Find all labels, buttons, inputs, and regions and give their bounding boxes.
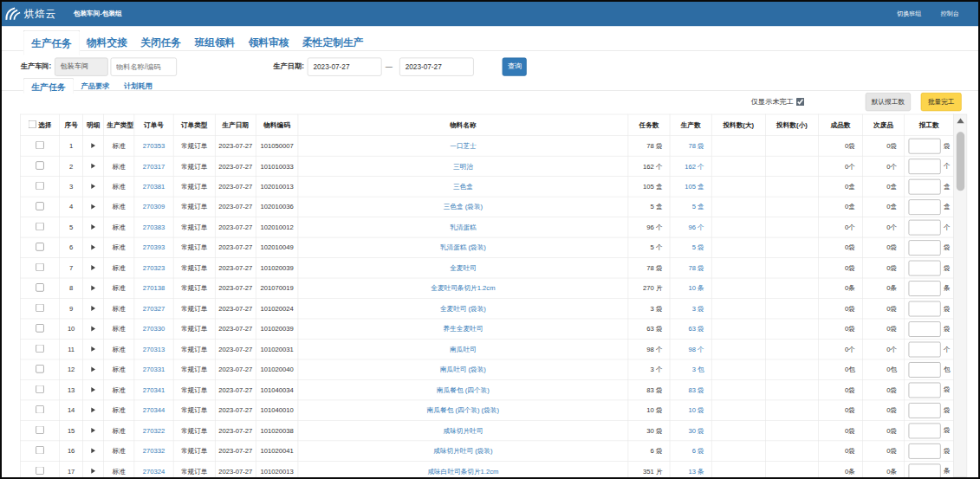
expand-arrow-icon[interactable] [91, 184, 95, 189]
order-number-link[interactable]: 270323 [143, 264, 165, 272]
default-report-button[interactable]: 默认报工数 [866, 93, 911, 111]
row-select-checkbox[interactable] [36, 283, 43, 291]
produced-qty-link[interactable]: 105 盒 [685, 183, 704, 191]
produced-qty-link[interactable]: 5 盒 [692, 203, 704, 210]
expand-arrow-icon[interactable] [91, 204, 95, 210]
row-select-checkbox[interactable] [36, 182, 43, 190]
produced-qty-link[interactable]: 10 袋 [688, 406, 704, 414]
expand-arrow-icon[interactable] [91, 407, 95, 412]
main-tab-6[interactable]: 柔性定制生产 [295, 30, 370, 55]
row-select-checkbox[interactable] [36, 467, 43, 475]
scrollbar-thumb[interactable] [957, 132, 964, 191]
batch-finish-button[interactable]: 批量完工 [921, 93, 962, 111]
console-link[interactable]: 控制台 [941, 10, 959, 18]
report-qty-input[interactable] [909, 159, 941, 174]
material-name-link[interactable]: 南瓜餐包 (四个装) [437, 385, 490, 393]
report-qty-input[interactable] [909, 463, 941, 479]
order-number-link[interactable]: 270327 [143, 305, 165, 313]
date-from-input[interactable] [308, 58, 382, 76]
report-qty-input[interactable] [909, 443, 941, 459]
produced-qty-link[interactable]: 6 袋 [692, 447, 704, 455]
sub-tab-3[interactable]: 计划耗用 [117, 78, 159, 91]
sub-tab-2[interactable]: 产品要求 [74, 78, 116, 91]
expand-arrow-icon[interactable] [91, 224, 95, 230]
order-number-link[interactable]: 270138 [143, 284, 165, 292]
report-qty-input[interactable] [909, 362, 941, 378]
report-qty-input[interactable] [909, 382, 941, 398]
expand-arrow-icon[interactable] [91, 245, 95, 250]
material-name-link[interactable]: 乳清蛋糕 [450, 223, 477, 231]
row-select-checkbox[interactable] [36, 223, 43, 230]
material-name-link[interactable]: 南瓜吐司 [450, 346, 477, 353]
scroll-up-icon[interactable] [957, 118, 964, 123]
only-unfinished-checkbox[interactable] [796, 98, 804, 106]
order-number-link[interactable]: 270393 [143, 243, 165, 251]
row-select-checkbox[interactable] [36, 263, 43, 271]
expand-arrow-icon[interactable] [91, 164, 95, 169]
produced-qty-link[interactable]: 10 条 [688, 284, 704, 292]
select-all-checkbox[interactable] [29, 120, 36, 128]
main-tab-5[interactable]: 领料审核 [242, 30, 295, 55]
material-name-link[interactable]: 全麦吐司 (袋装) [440, 305, 486, 313]
produced-qty-link[interactable]: 5 袋 [692, 243, 704, 251]
switch-team-link[interactable]: 切换班组 [897, 10, 921, 18]
vertical-scrollbar[interactable] [953, 114, 967, 477]
produced-qty-link[interactable]: 63 袋 [688, 325, 704, 333]
expand-arrow-icon[interactable] [91, 143, 95, 148]
order-number-link[interactable]: 270353 [143, 142, 165, 150]
material-name-link[interactable]: 咸味白吐司条切片1.2cm [427, 467, 498, 475]
material-name-link[interactable]: 养生全麦吐司 [444, 325, 484, 333]
order-number-link[interactable]: 270341 [143, 386, 165, 394]
expand-arrow-icon[interactable] [91, 428, 95, 433]
material-name-link[interactable]: 咸味切片吐司 [444, 426, 484, 434]
produced-qty-link[interactable]: 78 袋 [688, 142, 704, 150]
report-qty-input[interactable] [909, 179, 941, 195]
expand-arrow-icon[interactable] [91, 366, 95, 372]
expand-arrow-icon[interactable] [91, 469, 95, 474]
order-number-link[interactable]: 270324 [143, 468, 165, 476]
row-select-checkbox[interactable] [36, 405, 43, 413]
expand-arrow-icon[interactable] [91, 265, 95, 270]
material-name-link[interactable]: 南瓜餐包 (四个装) (袋装) [427, 406, 499, 414]
material-name-link[interactable]: 三明治 [453, 162, 473, 170]
material-name-link[interactable]: 全麦吐司条切片1.2cm [431, 284, 495, 292]
produced-qty-link[interactable]: 30 袋 [688, 426, 704, 434]
expand-arrow-icon[interactable] [91, 346, 95, 352]
produced-qty-link[interactable]: 13 条 [688, 467, 704, 475]
order-number-link[interactable]: 270317 [143, 162, 165, 170]
produced-qty-link[interactable]: 83 袋 [688, 385, 704, 393]
search-button[interactable]: 查询 [503, 58, 527, 76]
expand-arrow-icon[interactable] [91, 327, 95, 332]
order-number-link[interactable]: 270309 [143, 203, 165, 210]
report-qty-input[interactable] [909, 240, 941, 256]
produced-qty-link[interactable]: 3 袋 [692, 305, 704, 313]
expand-arrow-icon[interactable] [91, 306, 95, 311]
main-tab-4[interactable]: 班组领料 [188, 30, 242, 55]
row-select-checkbox[interactable] [36, 324, 43, 332]
row-select-checkbox[interactable] [36, 446, 43, 454]
material-name-link[interactable]: 三色盒 [453, 183, 473, 191]
sub-tab-1[interactable]: 生产任务 [23, 78, 75, 94]
main-tab-1[interactable]: 生产任务 [23, 30, 81, 55]
produced-qty-link[interactable]: 3 包 [692, 366, 704, 373]
row-select-checkbox[interactable] [36, 304, 43, 312]
date-to-input[interactable] [399, 58, 474, 76]
material-name-link[interactable]: 全麦吐司 [450, 264, 477, 272]
row-select-checkbox[interactable] [36, 243, 43, 250]
row-select-checkbox[interactable] [36, 161, 43, 169]
order-number-link[interactable]: 270381 [143, 183, 165, 191]
material-name-link[interactable]: 三色盒 (袋装) [444, 203, 483, 210]
report-qty-input[interactable] [909, 301, 941, 316]
row-select-checkbox[interactable] [36, 365, 43, 372]
order-number-link[interactable]: 270322 [143, 427, 165, 435]
report-qty-input[interactable] [909, 199, 941, 215]
expand-arrow-icon[interactable] [91, 286, 95, 291]
order-number-link[interactable]: 270332 [143, 447, 165, 455]
produced-qty-link[interactable]: 78 袋 [688, 264, 704, 272]
report-qty-input[interactable] [909, 260, 941, 275]
order-number-link[interactable]: 270330 [143, 325, 165, 333]
expand-arrow-icon[interactable] [91, 448, 95, 453]
report-qty-input[interactable] [909, 321, 941, 337]
order-number-link[interactable]: 270313 [143, 346, 165, 353]
row-select-checkbox[interactable] [36, 202, 43, 210]
